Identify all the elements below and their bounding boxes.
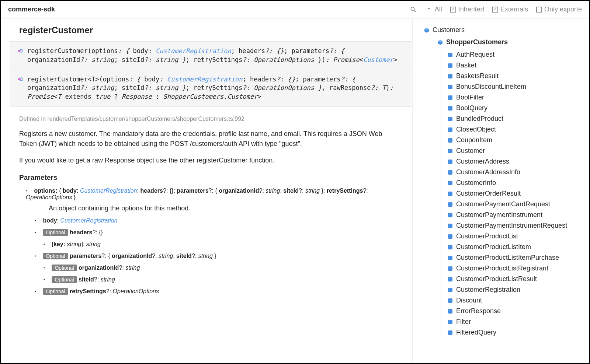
type-icon xyxy=(448,138,452,143)
sidebar-item-label: CustomerProductList xyxy=(456,232,518,240)
sidebar-item-label: CustomerAddress xyxy=(456,158,509,165)
sidebar-item-label: CustomerProductListRegistrant xyxy=(456,265,548,272)
type-icon xyxy=(448,213,452,217)
sidebar-item-label: ClosedObject xyxy=(456,126,496,133)
project-title[interactable]: commerce-sdk xyxy=(8,6,55,13)
type-icon xyxy=(448,85,452,89)
sidebar-item[interactable]: ErrorResponse xyxy=(448,306,589,316)
filter-inherited[interactable]: Inherited xyxy=(450,6,484,13)
checkbox-checked-icon xyxy=(450,7,456,13)
link-customer-registration[interactable]: CustomerRegistration xyxy=(156,47,231,55)
parameters-list: options: { body: CustomerRegistration; h… xyxy=(26,188,412,295)
sidebar-item[interactable]: CustomerAddressInfo xyxy=(448,167,589,178)
filter-all[interactable]: All xyxy=(425,5,442,14)
type-icon xyxy=(448,298,452,303)
main-content: registerCustomer registerCustomer(option… xyxy=(1,18,412,363)
link-customer-registration[interactable]: CustomerRegistration xyxy=(167,76,243,83)
type-icon xyxy=(448,117,452,121)
sidebar-group-label: Customers xyxy=(433,26,465,34)
sidebar-item[interactable]: Basket xyxy=(448,60,589,71)
sidebar-item[interactable]: CustomerPaymentInstrument xyxy=(448,210,589,220)
parameters-heading: Parameters xyxy=(19,174,412,182)
type-icon xyxy=(448,170,452,175)
description-2: If you would like to get a raw Response … xyxy=(19,155,401,165)
search-icon[interactable] xyxy=(410,6,417,13)
sidebar-item[interactable]: Discount xyxy=(448,295,589,306)
sidebar-item[interactable]: BundledProduct xyxy=(448,113,589,124)
sidebar-item[interactable]: CustomerProductListItem xyxy=(448,242,589,252)
sidebar-item-label: BonusDiscountLineItem xyxy=(456,83,526,91)
sidebar-item[interactable]: AuthRequest xyxy=(448,49,589,60)
signature-1: registerCustomer(options: { body: Custom… xyxy=(10,41,412,70)
sidebar-item-label: CustomerProductListResult xyxy=(456,275,537,283)
type-icon xyxy=(448,160,452,164)
sidebar-item-label: Customer xyxy=(456,147,485,155)
type-icon xyxy=(448,53,452,57)
optional-badge: Optional xyxy=(52,265,77,271)
chevron-down-icon xyxy=(425,5,433,14)
param-body: body: CustomerRegistration xyxy=(35,217,412,224)
sidebar-item[interactable]: CustomerPaymentInstrumentRequest xyxy=(448,220,589,231)
sidebar-item[interactable]: BoolFilter xyxy=(448,92,589,103)
type-icon xyxy=(448,320,452,324)
type-icon xyxy=(448,245,452,249)
type-icon xyxy=(448,63,452,68)
sidebar-item[interactable]: BonusDiscountLineItem xyxy=(448,81,589,92)
method-title: registerCustomer xyxy=(19,25,412,35)
filter-externals[interactable]: Externals xyxy=(492,6,528,13)
sidebar-item[interactable]: CouponItem xyxy=(448,135,589,146)
header-tools: All Inherited Externals Only exporte xyxy=(410,5,582,14)
sidebar-item[interactable]: CustomerAddress xyxy=(448,156,589,167)
sidebar-item[interactable]: CustomerProductListResult xyxy=(448,274,589,284)
type-icon xyxy=(448,106,452,111)
sidebar-item[interactable]: CustomerInfo xyxy=(448,178,589,188)
filter-only-exported[interactable]: Only exporte xyxy=(536,6,582,13)
param-retrysettings: Optional retrySettings?: OperationOption… xyxy=(35,288,412,295)
sidebar-item[interactable]: CustomerOrderResult xyxy=(448,188,589,199)
param-options: options: { body: CustomerRegistration; h… xyxy=(26,188,412,295)
sidebar-item[interactable]: CustomerPaymentCardRequest xyxy=(448,199,589,210)
sidebar-item[interactable]: Filter xyxy=(448,316,589,327)
sidebar-item-label: CustomerRegistration xyxy=(456,286,520,294)
type-icon xyxy=(448,234,452,239)
optional-badge: Optional xyxy=(43,229,68,236)
method-icon xyxy=(18,48,24,53)
param-headers-key: [key: string]: string xyxy=(44,241,412,248)
sidebar-item[interactable]: BasketsResult xyxy=(448,71,589,81)
type-icon xyxy=(448,149,452,153)
sidebar-item-label: FilteredQuery xyxy=(456,329,496,336)
sidebar-item[interactable]: Customer xyxy=(448,146,589,156)
sidebar-item-label: BoolQuery xyxy=(456,104,487,112)
sidebar-item[interactable]: ClosedObject xyxy=(448,124,589,135)
type-icon xyxy=(448,277,452,281)
type-icon xyxy=(448,309,452,314)
sidebar-item[interactable]: CustomerProductListRegistrant xyxy=(448,263,589,274)
sidebar-item-label: BoolFilter xyxy=(456,94,484,101)
sidebar-item-label: BasketsResult xyxy=(456,72,499,80)
sidebar-group-label: ShopperCustomers xyxy=(446,38,508,46)
sidebar-item-label: CustomerAddressInfo xyxy=(456,168,520,176)
sidebar-item-label: CustomerPaymentCardRequest xyxy=(456,200,550,208)
type-icon xyxy=(448,95,452,100)
module-icon xyxy=(424,27,430,33)
sidebar-item-label: CouponItem xyxy=(456,136,492,144)
type-icon xyxy=(448,288,452,292)
sidebar-item-label: CustomerInfo xyxy=(456,179,496,187)
module-icon xyxy=(437,39,443,45)
sidebar-item-label: CustomerOrderResult xyxy=(456,190,521,197)
sidebar-group-shoppercustomers[interactable]: ShopperCustomers xyxy=(437,37,589,47)
sidebar: Customers ShopperCustomers AuthRequestBa… xyxy=(412,18,589,363)
type-icon xyxy=(448,202,452,207)
sidebar-item[interactable]: BoolQuery xyxy=(448,103,589,113)
link-customer[interactable]: Customer xyxy=(363,56,393,63)
sidebar-item[interactable]: CustomerProductListItemPurchase xyxy=(448,252,589,263)
link-customer-registration[interactable]: CustomerRegistration xyxy=(80,188,137,194)
checkbox-checked-icon xyxy=(492,7,498,13)
optional-badge: Optional xyxy=(43,253,68,259)
sidebar-item[interactable]: CustomerRegistration xyxy=(448,284,589,295)
sidebar-group-customers[interactable]: Customers xyxy=(424,25,589,35)
sidebar-item[interactable]: FilteredQuery xyxy=(448,327,589,338)
type-icon xyxy=(448,181,452,185)
link-customer-registration[interactable]: CustomerRegistration xyxy=(60,217,118,224)
sidebar-item[interactable]: CustomerProductList xyxy=(448,231,589,242)
